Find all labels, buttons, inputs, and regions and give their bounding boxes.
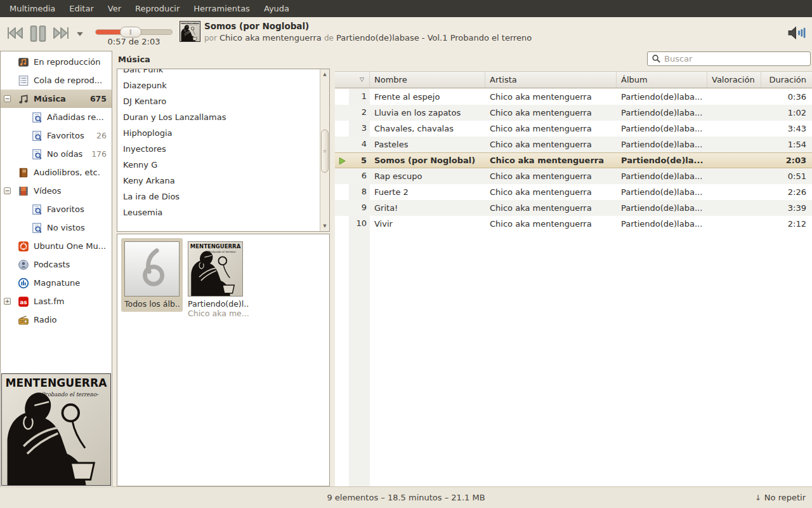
track-artist: Chico aka mentenguerra — [485, 156, 617, 165]
sidebar-item-no-vistos[interactable]: No vistos — [1, 218, 112, 237]
seek-thumb[interactable]: ‖ — [120, 27, 141, 37]
artist-list-item-daft-punk[interactable]: Daft Punk — [117, 69, 320, 77]
ubuntu-one-icon — [18, 241, 29, 252]
table-row[interactable]: 5 Somos (por Noglobal) Chico aka menteng… — [335, 152, 812, 168]
seek-slider[interactable]: ‖ — [95, 29, 173, 35]
column-header-valoracion[interactable]: Valoración — [707, 72, 761, 88]
track-artist: Chico aka mentenguerra — [485, 140, 617, 149]
track-number: 6 — [349, 168, 370, 184]
skip-backward-icon — [5, 25, 24, 41]
sidebar-item-en-reproduccion[interactable]: En reproducción — [1, 53, 112, 71]
artist-list-item-la-ira-de-dios[interactable]: La ira de Dios — [117, 189, 320, 204]
sidebar-item-videos[interactable]: − Vídeos — [1, 182, 112, 200]
time-position-label: 0:57 de 2:03 — [95, 37, 173, 46]
track-album: Partiendo(de)laba... — [617, 203, 707, 213]
repeat-mode-button[interactable]: ↓ No repetir — [755, 493, 806, 502]
sidebar-item-audiolibros-etc[interactable]: Audiolibros, etc. — [1, 163, 112, 182]
artist-list: Daft PunkDiazepunkDJ KentaroDuran y Los … — [117, 69, 320, 231]
track-name: Chavales, chavalas — [370, 124, 485, 133]
column-header-nombre[interactable]: Nombre — [370, 72, 485, 88]
expander-toggle[interactable]: − — [4, 187, 11, 194]
track-number: 9 — [349, 200, 370, 216]
column-header-artista[interactable]: Artista — [485, 72, 617, 88]
menu-item-multimedia[interactable]: Multimedia — [3, 1, 62, 17]
speaker-icon — [787, 25, 806, 41]
artist-list-item-inyectores[interactable]: Inyectores — [117, 141, 320, 157]
artist-list-item-diazepunk[interactable]: Diazepunk — [117, 77, 320, 93]
sidebar-item-last-fm[interactable]: + as Last.fm — [1, 292, 112, 311]
scroll-down-arrow[interactable]: ▼ — [320, 224, 329, 229]
sidebar-item-favoritos[interactable]: Favoritos 26 — [1, 126, 112, 145]
next-button[interactable] — [52, 25, 71, 42]
album-tile-label: Partiendo(de)l... — [188, 299, 249, 309]
status-bar: 9 elementos – 18.5 minutos – 21.1 MB ↓ N… — [0, 486, 812, 508]
artist-list-item-keny-arkana[interactable]: Keny Arkana — [117, 173, 320, 189]
from-label: de — [324, 34, 334, 43]
track-duration: 1:54 — [761, 140, 812, 149]
table-row[interactable]: 1 Frente al espejo Chico aka mentenguerr… — [335, 89, 812, 105]
track-artist: Chico aka mentenguerra — [485, 203, 617, 213]
sidebar-item-magnatune[interactable]: Magnatune — [1, 274, 112, 292]
now-playing-album: Partiendo(de)labase - Vol.1 Probando el … — [336, 33, 532, 43]
table-row[interactable]: 10 Vivir Chico aka mentenguerra Partiend… — [335, 216, 812, 232]
sidebar-item-ubuntu-one-mu[interactable]: Ubuntu One Mu... — [1, 237, 112, 255]
table-row[interactable]: 4 Pasteles Chico aka mentenguerra Partie… — [335, 137, 812, 152]
sidebar-item-cola-de-reprod[interactable]: Cola de reprod... — [1, 71, 112, 90]
column-header-album[interactable]: Álbum — [617, 72, 707, 88]
artist-list-item-leusemia[interactable]: Leusemia — [117, 204, 320, 220]
album-tile-partiendo[interactable]: Partiendo(de)l... Chico aka me... — [188, 241, 249, 318]
pause-button[interactable] — [28, 24, 48, 43]
artist-browser: Daft PunkDiazepunkDJ KentaroDuran y Los … — [117, 69, 330, 232]
all-albums-placeholder-icon — [124, 241, 180, 297]
track-duration: 2:03 — [761, 156, 812, 165]
expander-toggle[interactable]: + — [4, 298, 11, 305]
table-row[interactable]: 2 Lluvia en los zapatos Chico aka menten… — [335, 105, 812, 121]
track-duration: 2:12 — [761, 219, 812, 229]
sidebar-item-favoritos[interactable]: Favoritos — [1, 200, 112, 218]
artist-list-item-kenny-g[interactable]: Kenny G — [117, 157, 320, 173]
pause-icon — [28, 24, 48, 43]
smart-playlist-icon — [31, 149, 43, 160]
sidebar-list: En reproducción Cola de reprod... − Músi… — [1, 51, 112, 329]
sidebar-item-no-oidas[interactable]: No oídas 176 — [1, 145, 112, 163]
volume-button[interactable] — [787, 25, 806, 41]
track-album: Partiendo(de)laba... — [617, 108, 707, 117]
table-row[interactable]: 3 Chavales, chavalas Chico aka mentengue… — [335, 121, 812, 137]
table-row[interactable]: 9 Grita! Chico aka mentenguerra Partiend… — [335, 200, 812, 216]
sidebar-item-anadidas-re[interactable]: Añadidas re... — [1, 108, 112, 126]
artist-list-item-dj-kentaro[interactable]: DJ Kentaro — [117, 93, 320, 109]
playback-options-caret[interactable] — [76, 30, 84, 36]
menu-item-reproducir[interactable]: Reproducir — [128, 1, 187, 17]
menu-item-ver[interactable]: Ver — [101, 1, 128, 17]
menu-item-ayuda[interactable]: Ayuda — [257, 1, 296, 17]
album-tile-artist: Chico aka me... — [188, 309, 249, 318]
sort-indicator-icon[interactable]: ▽ — [335, 72, 370, 88]
sidebar-item-podcasts[interactable]: Podcasts — [1, 255, 112, 274]
now-playing-thumbnail — [180, 21, 200, 42]
artist-scrollbar[interactable]: ▲ ≡ ▼ — [320, 69, 329, 231]
track-album: Partiendo(de)laba... — [617, 219, 707, 229]
sidebar-item-musica[interactable]: − Música 675 — [1, 90, 112, 108]
banshee-window: { "menu_bar": { "items": ["Multimedia", … — [0, 0, 812, 508]
album-tile-all-albums[interactable]: Todos los álb... — [121, 238, 183, 312]
track-album: Partiendo(de)laba... — [617, 124, 707, 133]
sidebar-item-radio[interactable]: Radio — [1, 311, 112, 329]
track-artist: Chico aka mentenguerra — [485, 219, 617, 229]
smart-playlist-icon — [31, 222, 43, 234]
table-row[interactable]: 6 Rap escupo Chico aka mentenguerra Part… — [335, 168, 812, 184]
menu-item-editar[interactable]: Editar — [62, 1, 101, 17]
track-album: Partiendo(de)laba... — [617, 92, 707, 102]
smart-playlist-icon — [31, 112, 43, 123]
track-name: Lluvia en los zapatos — [370, 108, 485, 117]
previous-button[interactable] — [5, 25, 24, 42]
track-duration: 2:26 — [761, 187, 812, 197]
scroll-up-arrow[interactable]: ▲ — [320, 72, 329, 77]
menu-item-herramientas[interactable]: Herramientas — [187, 1, 257, 17]
scrollbar-thumb[interactable]: ≡ — [321, 130, 329, 173]
smart-playlist-icon — [31, 130, 43, 142]
column-header-duracion[interactable]: Duración — [761, 72, 812, 88]
artist-list-item-duran-y-los-lanzallamas[interactable]: Duran y Los Lanzallamas — [117, 109, 320, 125]
table-row[interactable]: 8 Fuerte 2 Chico aka mentenguerra Partie… — [335, 184, 812, 200]
artist-list-item-hiphoplogia[interactable]: Hiphoplogia — [117, 125, 320, 141]
expander-toggle[interactable]: − — [4, 95, 11, 102]
